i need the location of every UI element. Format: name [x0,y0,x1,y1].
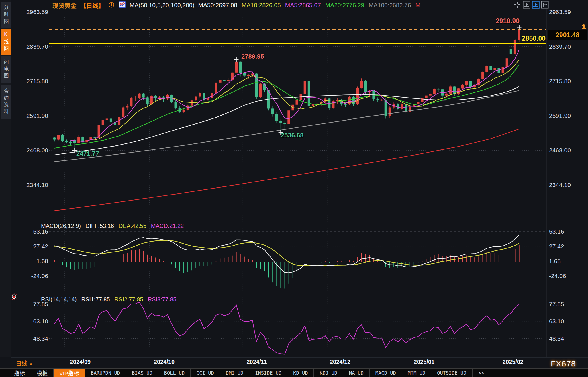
x-axis-label: 2024/09 [70,359,91,365]
y-axis-label: 2468.00 [549,147,571,154]
price-annotation: 2471.77 [76,150,99,158]
indicator-tab[interactable]: MTM_UD [402,369,431,377]
sidebar-item-0[interactable]: 分时图 [1,2,11,28]
indicator-tab[interactable]: VIP指标 [54,369,85,377]
indicator-tab[interactable]: 模板 [31,369,54,377]
study-value: RSI3:77.85 [148,296,177,303]
x-axis-label: 2024/11 [246,359,267,365]
watermark: FX678 [551,359,576,368]
indicator-tab[interactable]: DMI_UD [220,369,249,377]
y-axis-label: -24.06 [18,272,48,279]
chart-header: 现货黄金 【日线】 MA(50,10,5,20,100,200) MA50:26… [52,1,420,9]
study-value: DEA:42.55 [119,223,146,229]
y-axis-label: 1.68 [18,258,48,265]
price-up-arrow-icon [581,24,587,31]
y-axis-label: 2591.90 [549,112,571,119]
y-axis-label: 2344.10 [18,182,48,188]
ma-settings-label: MA(50,10,5,20,100,200) [130,2,195,9]
indicator-tab[interactable]: KDJ_UD [314,369,343,377]
last-price-box: 2901.48 [548,30,587,40]
last-price-value: 2901.48 [556,31,579,39]
period-label: 日线 [16,360,27,367]
y-axis-label: 2468.00 [18,147,48,154]
indicator-tab[interactable]: CCI_UD [191,369,220,377]
study-value: MACD:21.22 [151,223,184,229]
indicator-tab[interactable]: MA_UD [343,369,370,377]
axis-shift-icon[interactable] [541,1,549,9]
ma-value: MA5:2865.67 [285,2,321,9]
y-axis-label: 27.42 [549,243,564,250]
price-annotation: 2910.90 [496,17,520,25]
y-axis-label: 2963.59 [18,9,48,15]
sidebar-item-1[interactable]: K线图 [1,29,11,55]
sidebar-item-2[interactable]: 闪电图 [1,56,11,83]
x-axis-label: 2025/01 [414,359,434,365]
axis-separator [11,357,588,358]
crosshair-move-icon[interactable] [513,1,521,9]
indicator-tabbar: 指标模板VIP指标BARUPDN_UDBIAS_UDBOLL_UDCCI_UDD… [0,368,588,377]
chart-canvas[interactable] [0,0,588,377]
sidebar-item-3[interactable]: 合约资料 [1,85,11,119]
x-axis-label: 2025/02 [503,359,523,365]
indicator-tab[interactable]: KD_UD [287,369,314,377]
y-axis-label: 63.10 [549,318,564,324]
ma-values: MA50:2697.08MA10:2826.05MA5:2865.67MA20:… [198,2,421,9]
ma-value: M [415,2,421,9]
y-axis-label: 2344.10 [549,182,571,188]
ma-value: MA10:2826.05 [242,2,281,9]
price-annotation: 2789.95 [241,53,264,60]
ma-value: MA50:2697.08 [198,2,238,9]
mini-chart-icon[interactable] [119,1,126,9]
y-axis-label: 48.34 [549,335,564,342]
y-axis-label: 2839.70 [18,43,48,50]
y-axis-label: 63.10 [18,318,48,324]
y-axis-label: 48.34 [18,335,48,342]
indicator-tab[interactable]: OUTSIDE_UD [431,369,472,377]
indicator-tab[interactable]: MACD_UD [370,369,402,377]
symbol-name: 现货黄金 [52,1,77,9]
period-tag[interactable]: 【日线】 [80,1,104,9]
x-axis-label: 2024/12 [330,359,350,365]
y-axis-label: -24.06 [549,272,566,279]
period-selector[interactable]: 日线 ▲ [16,359,33,367]
macd-title: MACD(26,12,9) [41,223,81,229]
y-axis-label: 2715.80 [549,78,571,85]
indicator-tab[interactable]: INSIDE_UD [249,369,287,377]
alert-bell-icon[interactable] [10,292,18,302]
macd-header: MACD(26,12,9) DIFF:53.16DEA:42.55MACD:21… [41,223,184,229]
axis-scale-icon[interactable] [523,1,530,9]
indicator-tab[interactable]: BIAS_UD [126,369,158,377]
price-annotation: 2850.00 [522,35,546,42]
rsi-header: RSI(14,14,14) RSI1:77.85RSI2:77.85RSI3:7… [41,296,177,303]
study-value: RSI1:77.85 [81,296,110,303]
y-axis-label: 2591.90 [18,112,48,119]
y-axis-label: 2715.80 [18,78,48,85]
y-axis-label: 77.85 [549,301,564,308]
triangle-up-icon: ▲ [29,361,33,366]
y-axis-label: 27.42 [18,243,48,250]
chart-type-sidebar: 分时图K线图闪电图合约资料 [0,0,11,357]
target-add-icon[interactable] [108,1,115,9]
price-annotation: 2536.68 [281,132,304,139]
ma-value: MA100:2682.76 [369,2,411,9]
indicator-tab[interactable]: 指标 [8,369,31,377]
tabs-overflow-button[interactable]: >> [473,369,490,377]
chart-toolbar [513,1,549,9]
axis-autoscale-icon[interactable] [532,1,540,9]
x-axis-label: 2024/10 [154,359,175,365]
y-axis-label: 53.16 [549,228,564,235]
indicator-tab[interactable]: BOLL_UD [158,369,191,377]
y-axis-label: 2963.59 [549,9,571,15]
y-axis-label: 2839.70 [549,43,571,50]
y-axis-label: 1.68 [549,258,561,265]
ma-value: MA20:2776.29 [325,2,364,9]
rsi-title: RSI(14,14,14) [41,296,77,303]
indicator-tab[interactable]: BARUPDN_UD [85,369,126,377]
trading-app: { "sidebar": { "items": [ {"label":"分时图"… [0,0,588,377]
study-value: DIFF:53.16 [85,223,114,229]
study-value: RSI2:77.85 [115,296,143,303]
